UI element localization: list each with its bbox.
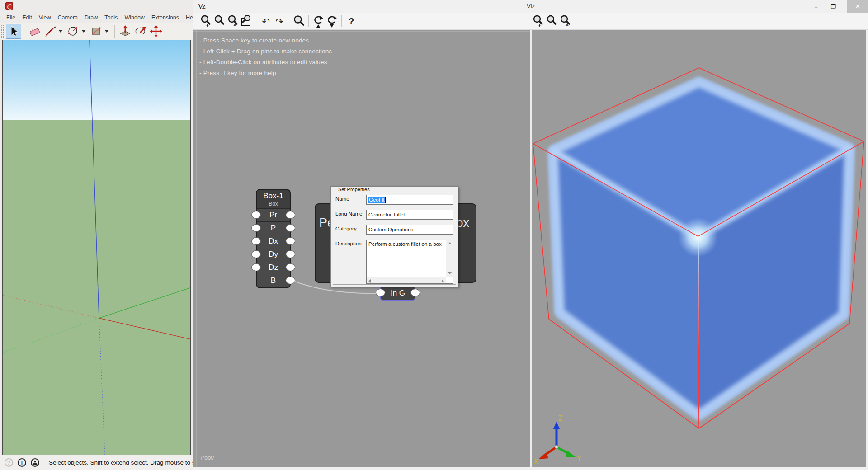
input-pin[interactable] [251,237,261,245]
vertical-scrollbar[interactable] [446,240,453,277]
menu-extensions[interactable]: Extensions [151,14,179,21]
input-pin[interactable] [251,250,261,258]
selected-text: GeoFlt [368,197,385,203]
rotate-tool-button[interactable] [133,24,148,39]
close-button[interactable]: ✕ [847,0,868,13]
output-pin[interactable] [286,277,295,284]
editor-toolbar-group: + − × [199,13,358,30]
svg-text:×: × [233,22,236,28]
description-textarea[interactable]: Perform a custom fillet on a box [366,240,453,284]
zoom-in-button[interactable]: + [199,14,212,28]
magnifier-region-icon [240,14,253,28]
input-pin[interactable] [251,263,261,271]
toolbar-separator [308,15,309,27]
undo-icon: ↶ [262,17,270,26]
pin-label: Dy [269,250,278,259]
description-label: Description [335,241,362,246]
output-pin[interactable] [286,250,295,258]
viewport-zoom-reset-button[interactable]: × [558,14,572,28]
menu-edit[interactable]: Edit [22,14,32,21]
svg-text:−: − [220,20,223,28]
redo-button[interactable]: ↷ [273,14,286,28]
node-editor[interactable]: - Press Space key to create new nodes - … [193,30,530,467]
arc-tool-dropdown[interactable] [81,30,86,33]
help-line: - Left-Click + Drag on pins to make conn… [199,46,332,57]
menu-camera[interactable]: Camera [58,14,78,21]
horizontal-scrollbar[interactable] [367,277,446,283]
svg-text:−: − [552,20,556,28]
scroll-left-icon[interactable] [368,279,371,283]
select-tool-button[interactable] [6,24,21,39]
user-status-icon[interactable] [31,458,39,467]
toolbar-grip[interactable] [1,24,4,38]
sketchup-logo-icon [5,2,13,10]
zoom-region-button[interactable] [240,14,253,28]
cursor-arrow-icon [7,25,20,38]
menu-window[interactable]: Window [124,14,144,21]
minimize-button[interactable]: – [808,0,824,13]
magnifier-plus-icon: + [532,14,544,28]
undo-button[interactable]: ↶ [259,14,273,28]
output-pin[interactable] [286,224,295,232]
output-pin[interactable] [410,289,420,296]
filleted-cube [532,30,866,467]
input-pin[interactable] [376,289,385,296]
svg-text:×: × [566,22,569,28]
search-button[interactable] [292,14,306,28]
menu-view[interactable]: View [39,14,51,21]
help-button[interactable]: ? [344,14,358,28]
eraser-icon [28,24,42,38]
menu-help[interactable]: Help [186,14,193,21]
sketchup-viewport[interactable] [2,40,191,455]
help-status-icon[interactable]: ? [5,458,13,467]
menu-draw[interactable]: Draw [85,14,98,21]
sketchup-toolbar [0,23,193,40]
sync-down-button[interactable] [325,14,339,28]
line-tool-button[interactable] [42,24,58,39]
line-tool-dropdown[interactable] [58,30,63,33]
name-label: Name [335,196,349,202]
box-node[interactable]: Box-1 Box Pr P Dx [256,189,291,288]
selected-node-input-row[interactable]: In G [380,286,415,301]
output-pin[interactable] [286,263,295,271]
eraser-tool-button[interactable] [27,24,42,39]
node-row-p: P [257,221,290,235]
input-pin[interactable] [251,211,261,219]
help-line: - Press Space key to create new nodes [199,35,332,46]
viewport-zoom-in-button[interactable]: + [531,14,545,28]
pin-label: P [271,224,276,233]
scroll-down-icon[interactable] [448,272,452,274]
output-pin[interactable] [286,237,295,245]
move-tool-button[interactable] [148,24,164,39]
rotate-icon [134,24,147,38]
help-icon: ? [349,16,354,27]
sync-up-button[interactable] [311,14,325,28]
arc-circle-icon [66,24,80,38]
z-axis-label: Z [558,414,562,423]
scroll-up-icon[interactable] [448,242,452,244]
info-status-icon[interactable]: i [18,458,26,467]
menu-tools[interactable]: Tools [104,14,118,21]
rectangle-tool-button[interactable] [89,24,104,39]
output-pin[interactable] [286,211,295,219]
viewport-3d[interactable]: Z X Y [532,30,866,467]
pin-label: Dz [269,263,278,272]
category-input[interactable]: Custom Operations [366,225,453,235]
input-pin[interactable] [251,224,261,232]
rectangle-tool-dropdown[interactable] [104,30,109,33]
menu-file[interactable]: File [6,14,15,21]
name-input[interactable]: GeoFlt [366,195,453,205]
axis-gizmo[interactable]: Z X Y [532,414,591,467]
viewport-zoom-out-button[interactable]: − [545,14,558,28]
pushpull-tool-button[interactable] [118,24,133,39]
zoom-out-button[interactable]: − [212,14,226,28]
help-line: - Left-Double-Click on attributes to edi… [199,57,332,68]
zoom-reset-button[interactable]: × [226,14,240,28]
pushpull-icon [118,24,132,38]
move-icon [149,24,163,38]
long-name-input[interactable]: Geometric Fillet [366,210,453,220]
scroll-right-icon[interactable] [442,279,444,283]
arc-tool-button[interactable] [66,24,81,39]
input-value: Geometric Fillet [368,212,405,217]
maximize-button[interactable]: ❐ [826,0,841,13]
